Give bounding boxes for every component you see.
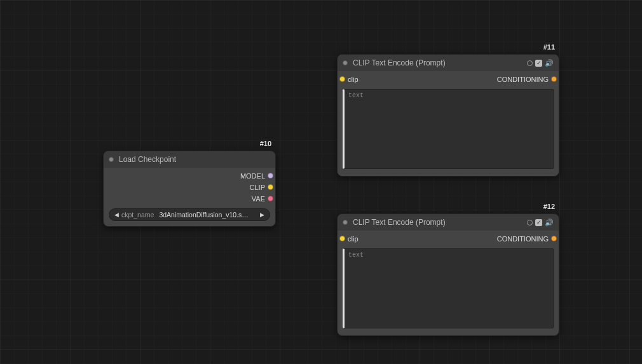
node-body: clip CONDITIONING — [338, 71, 559, 176]
enable-checkbox[interactable]: ✓ — [535, 219, 542, 226]
output-label: CONDITIONING — [497, 235, 549, 243]
node-title-bar[interactable]: CLIP Text Encode (Prompt) ✓ 🔊 — [338, 214, 559, 231]
node-title-text: CLIP Text Encode (Prompt) — [353, 58, 446, 67]
status-dot-icon — [343, 60, 348, 65]
output-label: MODEL — [240, 172, 265, 180]
collapse-toggle-icon[interactable] — [527, 60, 533, 66]
input-label: clip — [348, 235, 359, 243]
io-row: clip CONDITIONING — [338, 74, 559, 85]
node-clip-text-encode-a[interactable]: #11 CLIP Text Encode (Prompt) ✓ 🔊 clip C… — [337, 54, 559, 177]
text-widget — [343, 248, 554, 330]
output-row-clip: CLIP — [104, 182, 275, 193]
chevron-right-icon[interactable]: ▶ — [259, 212, 266, 218]
sound-icon[interactable]: 🔊 — [545, 219, 554, 226]
node-title-text: CLIP Text Encode (Prompt) — [353, 218, 446, 227]
output-row-vae: VAE — [104, 193, 275, 205]
input-label: clip — [348, 76, 359, 83]
ckpt-name-selector[interactable]: ◀ ckpt_name 3dAnimationDiffusion_v10.s… … — [109, 208, 270, 221]
text-widget — [343, 89, 554, 171]
output-port-clip[interactable] — [268, 184, 273, 190]
status-dot-icon — [109, 157, 114, 162]
node-id-badge: #12 — [543, 203, 555, 210]
output-port-conditioning[interactable] — [551, 236, 557, 241]
output-label: CLIP — [250, 184, 265, 191]
node-id-badge: #10 — [260, 140, 271, 147]
chevron-left-icon[interactable]: ◀ — [113, 212, 120, 218]
node-body: MODEL CLIP VAE ◀ ckpt_name 3dAnimationDi… — [104, 168, 275, 226]
collapse-toggle-icon[interactable] — [527, 220, 533, 226]
node-clip-text-encode-b[interactable]: #12 CLIP Text Encode (Prompt) ✓ 🔊 clip C… — [337, 213, 559, 336]
output-port-model[interactable] — [268, 173, 273, 179]
enable-checkbox[interactable]: ✓ — [535, 60, 542, 67]
node-body: clip CONDITIONING — [338, 231, 559, 335]
node-title-text: Load Checkpoint — [119, 155, 176, 164]
sound-icon[interactable]: 🔊 — [545, 60, 554, 67]
widget-value: 3dAnimationDiffusion_v10.s… — [159, 211, 259, 219]
node-header-controls: ✓ 🔊 — [527, 55, 554, 71]
output-label: CONDITIONING — [497, 76, 549, 83]
status-dot-icon — [343, 220, 348, 225]
io-row: clip CONDITIONING — [338, 233, 559, 245]
input-port-clip[interactable] — [339, 236, 345, 241]
node-load-checkpoint[interactable]: #10 Load Checkpoint MODEL CLIP VAE ◀ ckp… — [103, 151, 276, 227]
input-port-clip[interactable] — [339, 76, 345, 82]
node-header-controls: ✓ 🔊 — [527, 214, 554, 231]
prompt-textarea[interactable] — [343, 89, 554, 169]
widget-name: ckpt_name — [121, 211, 154, 219]
output-row-model: MODEL — [104, 170, 275, 182]
output-label: VAE — [252, 195, 265, 203]
node-title-bar[interactable]: Load Checkpoint — [104, 151, 275, 168]
node-title-bar[interactable]: CLIP Text Encode (Prompt) ✓ 🔊 — [338, 55, 559, 71]
node-id-badge: #11 — [543, 43, 555, 51]
prompt-textarea[interactable] — [343, 248, 554, 328]
output-port-vae[interactable] — [268, 196, 273, 201]
output-port-conditioning[interactable] — [551, 76, 557, 82]
